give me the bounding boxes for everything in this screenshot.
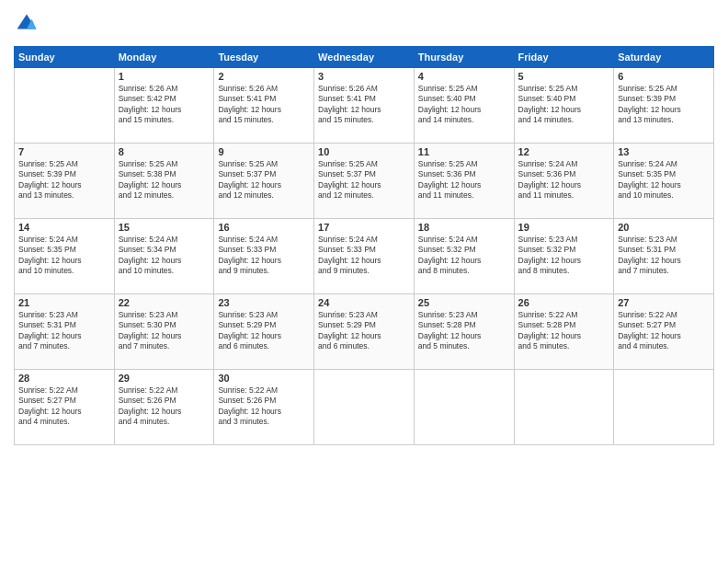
cell-daylight-info: Sunrise: 5:25 AM Sunset: 5:39 PM Dayligh… <box>18 159 110 201</box>
cell-date-number: 25 <box>418 297 510 308</box>
calendar-week-4: 21Sunrise: 5:23 AM Sunset: 5:31 PM Dayli… <box>15 294 714 370</box>
calendar-cell: 23Sunrise: 5:23 AM Sunset: 5:29 PM Dayli… <box>214 294 314 370</box>
calendar-cell: 16Sunrise: 5:24 AM Sunset: 5:33 PM Dayli… <box>214 219 314 294</box>
cell-daylight-info: Sunrise: 5:23 AM Sunset: 5:29 PM Dayligh… <box>318 310 410 352</box>
day-header-wednesday: Wednesday <box>314 47 415 68</box>
cell-daylight-info: Sunrise: 5:24 AM Sunset: 5:34 PM Dayligh… <box>119 235 210 277</box>
cell-daylight-info: Sunrise: 5:23 AM Sunset: 5:30 PM Dayligh… <box>119 310 210 352</box>
calendar-cell: 12Sunrise: 5:24 AM Sunset: 5:36 PM Dayli… <box>514 144 614 219</box>
cell-daylight-info: Sunrise: 5:24 AM Sunset: 5:33 PM Dayligh… <box>318 235 410 277</box>
calendar-table: SundayMondayTuesdayWednesdayThursdayFrid… <box>14 46 714 445</box>
calendar-cell: 25Sunrise: 5:23 AM Sunset: 5:28 PM Dayli… <box>414 294 514 370</box>
calendar-cell: 3Sunrise: 5:26 AM Sunset: 5:41 PM Daylig… <box>314 68 415 144</box>
cell-date-number: 30 <box>218 373 310 384</box>
cell-daylight-info: Sunrise: 5:24 AM Sunset: 5:35 PM Dayligh… <box>18 235 110 277</box>
calendar-week-1: 1Sunrise: 5:26 AM Sunset: 5:42 PM Daylig… <box>15 68 714 144</box>
cell-date-number: 16 <box>218 222 310 233</box>
cell-daylight-info: Sunrise: 5:26 AM Sunset: 5:41 PM Dayligh… <box>218 84 310 126</box>
cell-daylight-info: Sunrise: 5:25 AM Sunset: 5:40 PM Dayligh… <box>518 84 610 126</box>
calendar-cell: 21Sunrise: 5:23 AM Sunset: 5:31 PM Dayli… <box>15 294 115 370</box>
cell-date-number: 21 <box>18 297 110 308</box>
cell-daylight-info: Sunrise: 5:25 AM Sunset: 5:36 PM Dayligh… <box>418 159 510 201</box>
calendar-cell: 24Sunrise: 5:23 AM Sunset: 5:29 PM Dayli… <box>314 294 415 370</box>
calendar-cell: 11Sunrise: 5:25 AM Sunset: 5:36 PM Dayli… <box>414 144 514 219</box>
cell-date-number: 12 <box>518 146 610 157</box>
cell-daylight-info: Sunrise: 5:25 AM Sunset: 5:39 PM Dayligh… <box>618 84 710 126</box>
cell-date-number: 24 <box>318 297 410 308</box>
cell-date-number: 8 <box>119 146 210 157</box>
cell-date-number: 3 <box>318 71 410 82</box>
calendar-cell: 20Sunrise: 5:23 AM Sunset: 5:31 PM Dayli… <box>614 219 714 294</box>
calendar-cell: 30Sunrise: 5:22 AM Sunset: 5:26 PM Dayli… <box>214 370 314 445</box>
calendar-week-5: 28Sunrise: 5:22 AM Sunset: 5:27 PM Dayli… <box>15 370 714 445</box>
calendar-cell: 19Sunrise: 5:23 AM Sunset: 5:32 PM Dayli… <box>514 219 614 294</box>
cell-daylight-info: Sunrise: 5:23 AM Sunset: 5:28 PM Dayligh… <box>418 310 510 352</box>
cell-daylight-info: Sunrise: 5:26 AM Sunset: 5:42 PM Dayligh… <box>119 84 210 126</box>
cell-date-number: 6 <box>618 71 710 82</box>
day-header-tuesday: Tuesday <box>214 47 314 68</box>
cell-date-number: 9 <box>218 146 310 157</box>
cell-date-number: 20 <box>618 222 710 233</box>
cell-daylight-info: Sunrise: 5:25 AM Sunset: 5:37 PM Dayligh… <box>318 159 410 201</box>
calendar-cell <box>314 370 415 445</box>
calendar-cell: 5Sunrise: 5:25 AM Sunset: 5:40 PM Daylig… <box>514 68 614 144</box>
cell-daylight-info: Sunrise: 5:23 AM Sunset: 5:31 PM Dayligh… <box>618 235 710 277</box>
calendar-cell: 9Sunrise: 5:25 AM Sunset: 5:37 PM Daylig… <box>214 144 314 219</box>
cell-daylight-info: Sunrise: 5:25 AM Sunset: 5:37 PM Dayligh… <box>218 159 310 201</box>
calendar-cell: 8Sunrise: 5:25 AM Sunset: 5:38 PM Daylig… <box>114 144 214 219</box>
day-header-monday: Monday <box>114 47 214 68</box>
cell-date-number: 26 <box>518 297 610 308</box>
calendar-cell: 2Sunrise: 5:26 AM Sunset: 5:41 PM Daylig… <box>214 68 314 144</box>
logo-icon <box>16 13 38 35</box>
cell-date-number: 19 <box>518 222 610 233</box>
calendar-cell: 26Sunrise: 5:22 AM Sunset: 5:28 PM Dayli… <box>514 294 614 370</box>
cell-date-number: 7 <box>18 146 110 157</box>
calendar-week-3: 14Sunrise: 5:24 AM Sunset: 5:35 PM Dayli… <box>15 219 714 294</box>
cell-daylight-info: Sunrise: 5:23 AM Sunset: 5:32 PM Dayligh… <box>518 235 610 277</box>
calendar-cell: 29Sunrise: 5:22 AM Sunset: 5:26 PM Dayli… <box>114 370 214 445</box>
cell-daylight-info: Sunrise: 5:22 AM Sunset: 5:26 PM Dayligh… <box>119 385 210 428</box>
day-header-sunday: Sunday <box>15 47 115 68</box>
cell-date-number: 2 <box>218 71 310 82</box>
calendar-cell: 7Sunrise: 5:25 AM Sunset: 5:39 PM Daylig… <box>15 144 115 219</box>
cell-date-number: 5 <box>518 71 610 82</box>
cell-date-number: 29 <box>119 373 210 384</box>
page-header <box>14 9 714 39</box>
cell-daylight-info: Sunrise: 5:22 AM Sunset: 5:26 PM Dayligh… <box>218 385 310 428</box>
cell-date-number: 22 <box>119 297 210 308</box>
calendar-cell <box>15 68 115 144</box>
cell-date-number: 15 <box>119 222 210 233</box>
calendar-cell: 28Sunrise: 5:22 AM Sunset: 5:27 PM Dayli… <box>15 370 115 445</box>
cell-daylight-info: Sunrise: 5:25 AM Sunset: 5:38 PM Dayligh… <box>119 159 210 201</box>
cell-date-number: 18 <box>418 222 510 233</box>
cell-date-number: 10 <box>318 146 410 157</box>
cell-date-number: 28 <box>18 373 110 384</box>
calendar-cell: 14Sunrise: 5:24 AM Sunset: 5:35 PM Dayli… <box>15 219 115 294</box>
cell-date-number: 1 <box>119 71 210 82</box>
calendar-cell: 10Sunrise: 5:25 AM Sunset: 5:37 PM Dayli… <box>314 144 415 219</box>
calendar-cell: 13Sunrise: 5:24 AM Sunset: 5:35 PM Dayli… <box>614 144 714 219</box>
page-container: SundayMondayTuesdayWednesdayThursdayFrid… <box>0 0 728 563</box>
cell-date-number: 11 <box>418 146 510 157</box>
calendar-cell: 27Sunrise: 5:22 AM Sunset: 5:27 PM Dayli… <box>614 294 714 370</box>
cell-date-number: 13 <box>618 146 710 157</box>
calendar-cell <box>414 370 514 445</box>
cell-date-number: 17 <box>318 222 410 233</box>
cell-daylight-info: Sunrise: 5:24 AM Sunset: 5:33 PM Dayligh… <box>218 235 310 277</box>
calendar-cell: 1Sunrise: 5:26 AM Sunset: 5:42 PM Daylig… <box>114 68 214 144</box>
calendar-cell <box>614 370 714 445</box>
cell-daylight-info: Sunrise: 5:22 AM Sunset: 5:27 PM Dayligh… <box>18 385 110 428</box>
calendar-cell: 18Sunrise: 5:24 AM Sunset: 5:32 PM Dayli… <box>414 219 514 294</box>
day-header-friday: Friday <box>514 47 614 68</box>
logo <box>14 13 40 39</box>
cell-date-number: 27 <box>618 297 710 308</box>
cell-daylight-info: Sunrise: 5:24 AM Sunset: 5:32 PM Dayligh… <box>418 235 510 277</box>
cell-daylight-info: Sunrise: 5:26 AM Sunset: 5:41 PM Dayligh… <box>318 84 410 126</box>
cell-daylight-info: Sunrise: 5:22 AM Sunset: 5:27 PM Dayligh… <box>618 310 710 352</box>
cell-daylight-info: Sunrise: 5:24 AM Sunset: 5:35 PM Dayligh… <box>618 159 710 201</box>
calendar-cell <box>514 370 614 445</box>
calendar-header-row: SundayMondayTuesdayWednesdayThursdayFrid… <box>15 47 714 68</box>
cell-daylight-info: Sunrise: 5:22 AM Sunset: 5:28 PM Dayligh… <box>518 310 610 352</box>
cell-daylight-info: Sunrise: 5:24 AM Sunset: 5:36 PM Dayligh… <box>518 159 610 201</box>
calendar-cell: 6Sunrise: 5:25 AM Sunset: 5:39 PM Daylig… <box>614 68 714 144</box>
